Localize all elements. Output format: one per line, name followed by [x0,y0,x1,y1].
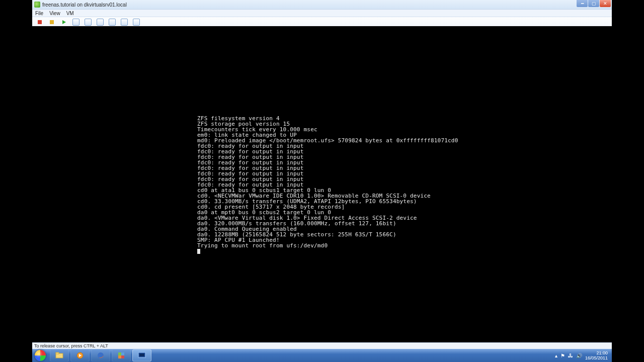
tray-chevron-icon[interactable]: ▴ [555,353,557,358]
svg-point-4 [98,352,104,358]
vm-console-window: freenas.tutorial on dkvirtualsrv01.local… [32,0,612,349]
tray-flag-icon[interactable]: ⚑ [560,353,565,358]
firefox-icon [97,351,105,359]
tray-volume-icon[interactable]: 🔊 [576,353,582,358]
console-output: ZFS filesystem version 4 ZFS storage poo… [197,116,458,254]
task-explorer[interactable] [50,349,69,361]
svg-rect-10 [139,353,144,356]
minimize-button[interactable]: ━ [577,0,588,7]
cd-icon[interactable] [97,19,104,26]
pause-icon[interactable] [48,19,55,26]
tray-date: 16/05/2011 [585,355,608,360]
restart-icon[interactable] [72,19,79,26]
snapshot-icon[interactable] [85,19,92,26]
close-button[interactable]: ✕ [600,0,611,7]
floppy-icon[interactable] [109,19,116,26]
task-vmware[interactable] [112,349,131,361]
window-title: freenas.tutorial on dkvirtualsrv01.local [42,2,127,8]
menu-view[interactable]: View [49,11,60,16]
explorer-icon [55,352,63,359]
svg-rect-6 [121,352,124,355]
tray-network-icon[interactable]: 🖧 [568,353,573,358]
windows-orb-icon [35,350,46,361]
play-icon[interactable] [60,19,67,26]
console-icon [138,352,146,359]
maximize-button[interactable]: ▢ [588,0,599,7]
menu-vm[interactable]: VM [66,11,74,16]
fullscreen-icon[interactable] [133,19,140,26]
task-console[interactable] [132,349,151,361]
console-cursor [197,249,200,254]
statusbar: To release cursor, press CTRL + ALT [32,342,612,349]
taskbar: ▴ ⚑ 🖧 🔊 21:00 16/05/2011 [32,349,612,362]
tray-clock[interactable]: 21:00 16/05/2011 [585,350,610,360]
svg-rect-5 [118,352,121,355]
menubar: File View VM [32,10,612,17]
titlebar[interactable]: freenas.tutorial on dkvirtualsrv01.local… [32,0,612,10]
svg-rect-1 [56,352,59,354]
menu-file[interactable]: File [35,11,43,16]
wmp-icon [76,351,84,359]
system-tray: ▴ ⚑ 🖧 🔊 21:00 16/05/2011 [555,349,610,362]
svg-rect-7 [118,355,121,358]
start-button[interactable] [32,349,48,362]
guest-console[interactable]: ZFS filesystem version 4 ZFS storage poo… [32,26,612,343]
task-firefox[interactable] [91,349,110,361]
stop-icon[interactable] [36,19,43,26]
net-icon[interactable] [121,19,128,26]
status-text: To release cursor, press CTRL + ALT [34,343,108,348]
tray-time: 21:00 [585,350,608,355]
svg-rect-8 [121,355,124,358]
task-wmp[interactable] [70,349,90,361]
app-icon [34,2,40,8]
vmware-icon [117,351,125,359]
